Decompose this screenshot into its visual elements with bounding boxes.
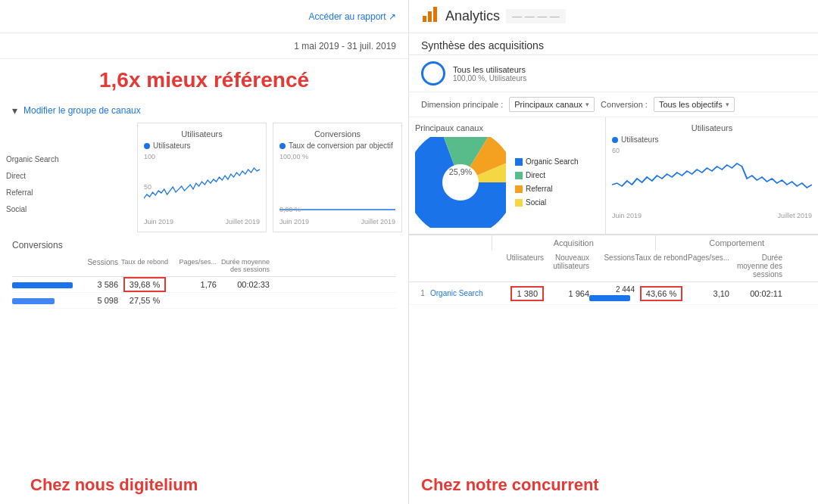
right-table-header: Utilisateurs Nouveaux utilisateurs Sessi… <box>409 250 818 282</box>
direct-label: Direct <box>526 169 545 182</box>
right-line-path <box>612 163 812 188</box>
legend-row-direct: Direct <box>515 169 578 182</box>
dimension-row: Dimension principale : Principaux canaux… <box>409 92 818 117</box>
channel-modifier-link[interactable]: Modifier le groupe de canaux <box>23 105 141 116</box>
segment-title: Tous les utilisateurs <box>453 65 526 74</box>
analytics-account: — — — — <box>506 9 566 23</box>
svg-rect-2 <box>433 7 437 22</box>
conversions-section-label: Conversions <box>0 235 408 252</box>
row2-sessions: 5 098 <box>73 296 118 305</box>
th-sessions: Sessions <box>73 258 118 273</box>
r1-sessions: 2 444 <box>589 285 635 301</box>
row2-bounce: 27,55 % <box>118 296 171 305</box>
right-panel: Analytics — — — — Synthèse des acquisiti… <box>409 0 818 504</box>
social-label: Social <box>526 196 546 210</box>
right-bottom-label: Chez notre concurrent <box>421 475 599 495</box>
pie-chart-box: Principaux canaux 25,9% 69,5% <box>409 117 606 234</box>
analytics-bars-icon <box>421 5 439 23</box>
legend-row-organic: Organic Search <box>515 155 578 169</box>
headline-section: 1,6x mieux référencé <box>0 59 408 101</box>
legend-row-referral: Referral <box>515 182 578 196</box>
left-users-chart-title: Utilisateurs <box>144 129 260 138</box>
row1-sessions: 3 586 <box>73 280 118 289</box>
y-label-top: 100 <box>144 153 155 160</box>
pie-chart-svg: 25,9% 69,5% <box>415 137 506 228</box>
social-dot <box>515 199 523 207</box>
dimension-value: Principaux canaux <box>514 100 582 109</box>
rth-bounce: Taux de rebond <box>635 254 688 278</box>
right-users-chart-title: Utilisateurs <box>612 123 812 132</box>
organic-label: Organic Search <box>526 155 578 169</box>
left-conv-legend: Taux de conversion par objectif <box>279 142 395 150</box>
th-channel <box>12 258 73 273</box>
r1-users: 1 380 <box>498 289 544 298</box>
x-label-juin1: Juin 2019 <box>144 218 173 226</box>
legend-label-conv: Taux de conversion par objectif <box>289 142 393 150</box>
row1-bounce: 39,68 % <box>118 280 171 289</box>
left-table: Sessions Taux de rebond Pages/ses... Dur… <box>0 255 408 309</box>
right-legend-dot <box>612 137 618 143</box>
legend-label-users: Utilisateurs <box>153 142 190 150</box>
right-table-row-1: 1 Organic Search 1 380 1 964 2 444 43,66… <box>409 282 818 305</box>
left-users-sparkline <box>144 153 260 213</box>
rth-pages: Pages/ses... <box>688 254 729 278</box>
acq-header: Acquisition <box>492 235 656 250</box>
segment-row: Tous les utilisateurs 100,00 %, Utilisat… <box>409 55 818 92</box>
pie-label-inner1: 25,9% <box>449 167 473 176</box>
row1-bounce-value: 39,68 % <box>123 277 166 292</box>
pie-legend: Organic Search Direct Referral Social <box>515 155 578 210</box>
left-conv-chart-title: Conversions <box>279 129 395 138</box>
segment-subtitle: 100,00 %, Utilisateurs <box>453 74 526 82</box>
analytics-icon <box>421 5 439 27</box>
y-label-mid: 50 <box>144 183 151 191</box>
left-table-header: Sessions Taux de rebond Pages/ses... Dur… <box>12 255 396 277</box>
r1-sessions-bar <box>589 295 630 301</box>
acquisition-title: Synthèse des acquisitions <box>409 33 818 55</box>
analytics-title: Analytics <box>445 8 500 24</box>
th-duration: Durée moyenne des sessions <box>217 258 270 273</box>
date-range-text: 1 mai 2019 - 31 juil. 2019 <box>294 41 396 51</box>
conversion-select[interactable]: Tous les objectifs ▾ <box>654 97 735 112</box>
left-users-legend: Utilisateurs <box>144 142 260 150</box>
rth-num <box>415 254 430 278</box>
legend-row-social: Social <box>515 196 578 210</box>
section-divider: Acquisition Comportement <box>409 235 818 250</box>
row1-channel <box>12 281 73 288</box>
x-label-juillet1: Juillet 2019 <box>225 218 260 226</box>
right-chart-xlabels: Juin 2019 Juillet 2019 <box>612 212 812 219</box>
right-users-legend: Utilisateurs <box>612 135 812 144</box>
pie-label-inner2: 69,5% <box>449 188 473 198</box>
r1-pages: 3,10 <box>688 289 729 298</box>
right-users-chart: Utilisateurs Utilisateurs 60 <box>606 117 818 234</box>
referral-label: Referral <box>526 182 553 196</box>
r1-channel[interactable]: Organic Search <box>430 289 498 297</box>
direct-dot <box>515 172 523 179</box>
dimension-select[interactable]: Principaux canaux ▾ <box>509 97 595 112</box>
pie-chart-title: Principaux canaux <box>415 123 599 132</box>
conversion-label: Conversion : <box>601 100 648 109</box>
left-conv-sparkline <box>279 153 395 213</box>
conv-y-top: 100,00 % <box>279 153 308 160</box>
channel-label-referral: Referral <box>6 186 70 200</box>
beh-header: Comportement <box>656 235 819 250</box>
row1-pages: 1,76 <box>171 280 217 289</box>
referral-dot <box>515 185 523 193</box>
rth-users: Utilisateurs <box>498 254 544 278</box>
organic-dot <box>515 158 523 166</box>
left-bottom-label: Chez nous digitelium <box>30 475 198 495</box>
rth-channel <box>430 254 498 278</box>
channel-modifier-row: ▾ Modifier le groupe de canaux <box>0 101 408 123</box>
right-x-juin: Juin 2019 <box>612 212 642 219</box>
access-report-link[interactable]: Accéder au rapport ↗ <box>309 11 396 22</box>
right-y-label: 60 <box>612 147 620 154</box>
right-top-bar: Analytics — — — — <box>409 0 818 33</box>
legend-dot-users <box>144 143 150 149</box>
conversion-arrow-icon: ▾ <box>726 101 729 108</box>
right-legend-label: Utilisateurs <box>621 135 658 144</box>
row2-channel <box>12 297 73 304</box>
left-chart2-xlabels: Juin 2019 Juillet 2019 <box>279 218 395 226</box>
conv-y-bot: 0,00 % <box>279 206 301 213</box>
left-sidebar-labels: Organic Search Direct Referral Social <box>6 123 70 232</box>
row1-duration: 00:02:33 <box>217 280 270 289</box>
th-pages: Pages/ses... <box>171 258 217 273</box>
